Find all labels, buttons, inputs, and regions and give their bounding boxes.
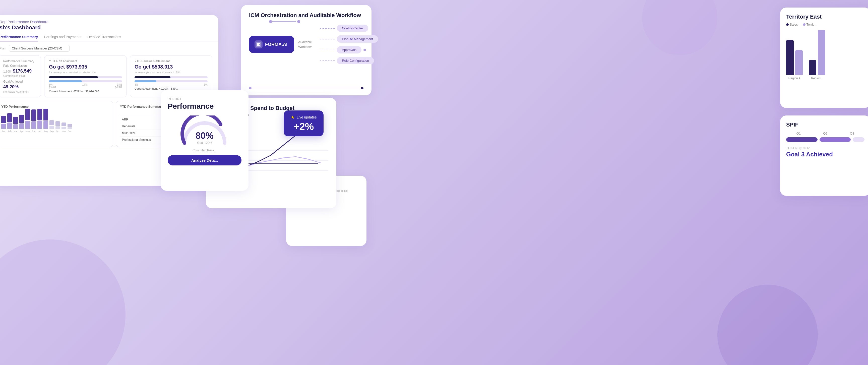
spif-token-quota-label: TOKEN QUOTA bbox=[786, 146, 865, 150]
month-feb: Feb bbox=[7, 130, 11, 132]
star-icon: ★ bbox=[291, 115, 295, 120]
tab-earnings-payments[interactable]: Earnings and Payments bbox=[44, 35, 81, 41]
icm-pill-control-center[interactable]: Control Center bbox=[337, 25, 368, 32]
icm-bottom-line bbox=[249, 88, 364, 88]
arr-attainment: Current Attainment: 67.54% - $2,026,065 bbox=[49, 90, 122, 93]
bar-light-mar bbox=[13, 124, 18, 129]
icm-dot-approvals bbox=[364, 49, 366, 51]
bar-light-feb bbox=[7, 122, 12, 129]
legend-dot-territory bbox=[803, 23, 806, 26]
bar-col-jul: Jul bbox=[37, 109, 42, 132]
bar-chart-row: Jan Feb Mar bbox=[1, 111, 109, 133]
icm-dash-3 bbox=[320, 50, 335, 50]
ytd-arr-sub: Increase your commission rate to 14% bbox=[49, 71, 122, 74]
live-updates-badge: ★ Live updates +2% bbox=[284, 111, 323, 136]
bar-dark-oct bbox=[56, 121, 60, 126]
bar-light-sep bbox=[50, 126, 54, 129]
bar-dark-dec bbox=[67, 124, 72, 127]
icm-title: ICM Orchestration and Auditable Workflow bbox=[249, 12, 364, 19]
performance-report-card: REPORT Performance 80% Goal 120% Commite… bbox=[161, 90, 248, 191]
icm-top-dot-right bbox=[297, 20, 300, 23]
month-sep: Sep bbox=[50, 130, 54, 132]
arr-bar-fill-dark bbox=[49, 76, 98, 78]
legend-label-sales: Sales bbox=[790, 23, 798, 26]
report-label: REPORT bbox=[168, 97, 242, 101]
bar-col-feb: Feb bbox=[7, 109, 12, 132]
arr-dollar-3m: $3.0M bbox=[49, 86, 56, 89]
month-dec: Dec bbox=[68, 130, 72, 132]
bar-light-nov bbox=[62, 127, 66, 129]
bar-light-jun bbox=[31, 121, 36, 129]
ytd-renewals-title: YTD Renewals Attainment bbox=[134, 60, 208, 63]
bar-light-may bbox=[25, 121, 30, 129]
month-jul: Jul bbox=[38, 130, 41, 132]
bar-light-aug bbox=[43, 121, 48, 129]
t-bar-label-a: Region A bbox=[788, 77, 801, 80]
month-mar: Mar bbox=[13, 130, 18, 132]
gauge-goal: Goal 120% bbox=[195, 141, 214, 145]
analyze-button[interactable]: Analyze Deta... bbox=[168, 155, 242, 165]
t-bar-light-b bbox=[818, 30, 825, 75]
territory-bars: Region A Region... bbox=[786, 30, 865, 80]
legend-dot-sales bbox=[786, 23, 789, 26]
forma-logo-text: FORMA.AI bbox=[265, 42, 287, 47]
icm-bottom-labels: Auditable Workflow bbox=[298, 40, 312, 49]
gauge-center-text: 80% Goal 120% bbox=[195, 130, 214, 145]
spif-bar-q3 bbox=[853, 137, 865, 142]
territory-title: Territory East bbox=[786, 13, 865, 20]
territory-east-card: Territory East Sales Territ... Region A … bbox=[780, 7, 868, 108]
tab-detailed-transactions[interactable]: Detailed Transactions bbox=[87, 35, 121, 41]
tab-performance-summary[interactable]: Performance Summary bbox=[0, 35, 38, 41]
arr-dollar-labels: $3.0M $4.5M bbox=[49, 86, 122, 89]
kpi-percent: 49.20% bbox=[3, 84, 36, 90]
t-bar-wrap-b bbox=[809, 30, 825, 75]
live-pct: +2% bbox=[291, 121, 316, 132]
kpi-performance-summary: Performance Summary Paid Commission 1,36… bbox=[0, 55, 41, 97]
bar-dark-jul bbox=[37, 109, 42, 120]
territory-legend: Sales Territ... bbox=[786, 23, 865, 26]
icm-pill-row-3: Approvals bbox=[320, 46, 378, 54]
bar-col-sep: Sep bbox=[50, 109, 54, 132]
t-bar-light-a bbox=[795, 50, 803, 75]
icm-pill-rule-config[interactable]: Rule Configuration bbox=[337, 57, 374, 64]
spif-card: SPIF Q1 Q2 Q3 TOKEN QUOTA Goal 3 Achieve… bbox=[780, 116, 868, 196]
ytd-renewals-headline: Go get $508,013 bbox=[134, 64, 208, 70]
spif-bar-wrap bbox=[786, 137, 865, 142]
kpi-count: 1,368 bbox=[3, 70, 11, 73]
spif-quarters: Q1 Q2 Q3 bbox=[786, 131, 865, 135]
gauge-pct: 80% bbox=[195, 130, 214, 141]
month-aug: Aug bbox=[44, 130, 48, 132]
bar-dark-feb bbox=[7, 113, 12, 122]
spif-q2: Q2 bbox=[813, 131, 838, 135]
bar-light-jan bbox=[1, 124, 6, 129]
bar-col-jan: Jan bbox=[1, 109, 6, 132]
bar-dark-mar bbox=[13, 117, 18, 124]
plan-filter-select[interactable]: Client Success Manager (23-CSM) bbox=[9, 45, 69, 52]
bar-col-jun: Jun bbox=[31, 109, 36, 132]
t-bar-label-b: Region... bbox=[811, 77, 823, 80]
arr-bar-track2 bbox=[49, 80, 122, 82]
t-bar-dark-b bbox=[809, 60, 816, 75]
t-bar-dark-a bbox=[786, 40, 794, 75]
icm-pill-dispute[interactable]: Dispute Management bbox=[337, 35, 378, 43]
bar-dark-aug bbox=[43, 109, 48, 121]
arr-label-6: 6% bbox=[49, 83, 53, 86]
spif-title: SPIF bbox=[786, 122, 865, 128]
bar-light-dec bbox=[67, 127, 72, 129]
kpi-commission-label: Commission Paid bbox=[3, 74, 36, 77]
bar-col-oct: Oct bbox=[56, 109, 60, 132]
month-jun: Jun bbox=[32, 130, 36, 132]
renewals-attainment: Current Attainment: 49.20% - $49... bbox=[134, 87, 208, 90]
committed-revenue-label: Commited Reve... bbox=[168, 149, 242, 152]
bar-dark-apr bbox=[19, 115, 24, 123]
bar-col-apr: Apr bbox=[19, 109, 24, 132]
t-bar-region-a: Region A bbox=[786, 30, 803, 80]
month-nov: Nov bbox=[62, 130, 66, 132]
icm-pill-approvals[interactable]: Approvals bbox=[337, 46, 362, 54]
dashboard-header: Rep Performance Dashboard sh's Dashboard bbox=[0, 15, 218, 32]
ytd-arr-title: YTD ARR Attainment bbox=[49, 60, 122, 63]
renewals-bar-fill2 bbox=[134, 80, 156, 82]
t-bar-wrap-a bbox=[786, 30, 803, 75]
arr-dollar-4m5: $4.5M bbox=[115, 86, 122, 89]
renewals-bar-track2 bbox=[134, 80, 208, 82]
